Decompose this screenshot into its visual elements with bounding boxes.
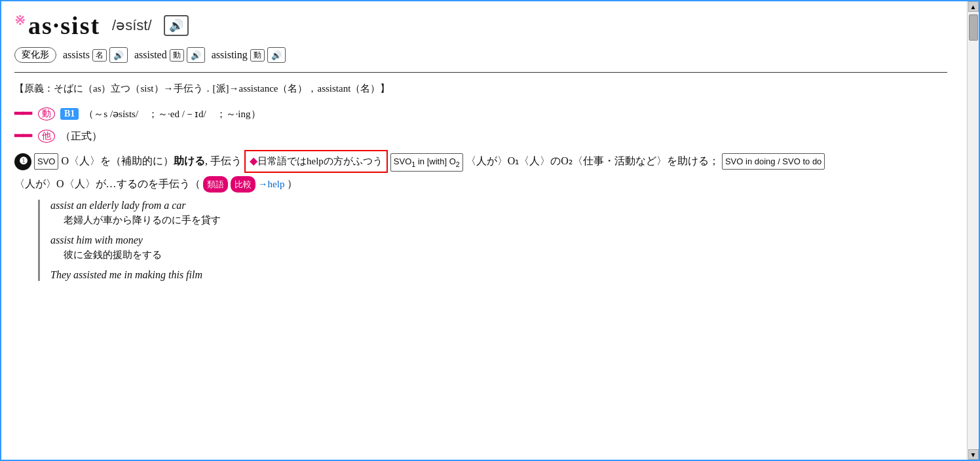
- header-row: ※as·sist /əsíst/ 🔊: [14, 13, 947, 38]
- etymology: 【原義：そばに（as）立つ（sist）→手伝う．[派]→assistance（名…: [14, 81, 947, 96]
- link-help[interactable]: →help: [258, 175, 285, 193]
- form-item-assisting: assisting 動 🔊: [212, 47, 286, 63]
- diamond-icon: ◆: [250, 155, 257, 166]
- pos-line-verb: ━━ 動 B1 （～s /əsísts/ ；～·ed /－ɪd/ ；～·ing）: [14, 105, 947, 122]
- sound-button-assists[interactable]: 🔊: [109, 47, 128, 63]
- dictionary-window: ▲ ▼ ※as·sist /əsíst/ 🔊 変化形 assists 名 🔊 a…: [0, 0, 980, 461]
- tag-ruigo[interactable]: 類語: [203, 176, 228, 193]
- example-1-word: assist: [50, 200, 74, 211]
- svo-badge-2: SVO1 in [with] O2: [390, 153, 463, 172]
- pos-circle-trans: 他: [38, 130, 55, 143]
- sound-button-assisting[interactable]: 🔊: [267, 47, 286, 63]
- form-word-assisted: assisted: [134, 49, 167, 61]
- pos-badge-assisted: 動: [170, 49, 184, 62]
- pos-dash-1: ━━: [14, 105, 31, 122]
- def-text-3: 〈人が〉O〈人〉が…するのを手伝う（: [14, 175, 200, 193]
- pos-badge-assisting: 動: [250, 49, 265, 62]
- svo-badge-1: SVO: [34, 153, 58, 170]
- def-number: ❶: [14, 153, 31, 170]
- scrollbar-thumb[interactable]: [969, 14, 978, 41]
- pos-badge-assists: 名: [92, 49, 107, 62]
- henkakei-button[interactable]: 変化形: [14, 47, 56, 63]
- tag-hikaku[interactable]: 比較: [231, 176, 255, 193]
- def-text-close: ）: [287, 175, 297, 193]
- phonetic-verb: （～s /əsísts/ ；～·ed /－ɪd/ ；～·ing）: [84, 108, 260, 120]
- form-item-assisted: assisted 動 🔊: [134, 47, 205, 63]
- example-1-jp: 老婦人が車から降りるのに手を貸す: [64, 214, 947, 227]
- example-3-en: They assisted me in making this film: [50, 269, 947, 281]
- scrollbar-up-button[interactable]: ▲: [968, 1, 979, 12]
- example-2-word: assist: [50, 234, 74, 246]
- level-badge-b1: B1: [60, 108, 79, 120]
- example-3-word: assisted: [73, 269, 107, 280]
- def-text-1: O〈人〉を（補助的に）助ける, 手伝う: [61, 153, 242, 170]
- form-word-assists: assists: [63, 49, 90, 61]
- example-2-en: assist him with money: [50, 234, 947, 246]
- divider: [14, 72, 947, 73]
- form-item-assists: assists 名 🔊: [63, 47, 128, 63]
- example-2-jp: 彼に金銭的援助をする: [64, 249, 947, 261]
- highlight-box: ◆日常語ではhelpの方がふつう: [244, 150, 388, 173]
- def-text-2: 〈人が〉O₁〈人〉のO₂〈仕事・活動など〉を助ける；: [466, 153, 719, 170]
- pos-note: （正式）: [60, 128, 102, 145]
- pos-line-trans: ━━ 他 （正式）: [14, 128, 947, 145]
- example-block: assist an elderly lady from a car 老婦人が車か…: [38, 200, 947, 281]
- forms-row: 変化形 assists 名 🔊 assisted 動 🔊 assisting 動…: [14, 47, 947, 63]
- svo-badge-3: SVO in doing / SVO to do: [722, 153, 825, 170]
- example-1-en: assist an elderly lady from a car: [50, 200, 947, 212]
- pos-circle-verb: 動: [38, 107, 55, 120]
- form-word-assisting: assisting: [212, 49, 248, 61]
- pronunciation: /əsíst/: [112, 17, 151, 34]
- word-title: ※as·sist: [14, 13, 100, 38]
- sound-button-assisted[interactable]: 🔊: [187, 47, 205, 63]
- content-area: ※as·sist /əsíst/ 🔊 変化形 assists 名 🔊 assis…: [1, 1, 967, 460]
- star-mark: ※: [14, 13, 27, 28]
- scrollbar-down-button[interactable]: ▼: [968, 449, 979, 460]
- scrollbar[interactable]: ▲ ▼: [967, 1, 979, 460]
- definition-section: ❶ SVO O〈人〉を（補助的に）助ける, 手伝う ◆日常語ではhelpの方がふ…: [14, 150, 947, 281]
- def-row-main: ❶ SVO O〈人〉を（補助的に）助ける, 手伝う ◆日常語ではhelpの方がふ…: [14, 150, 947, 193]
- pos-dash-2: ━━: [14, 128, 31, 145]
- main-sound-button[interactable]: 🔊: [164, 15, 189, 36]
